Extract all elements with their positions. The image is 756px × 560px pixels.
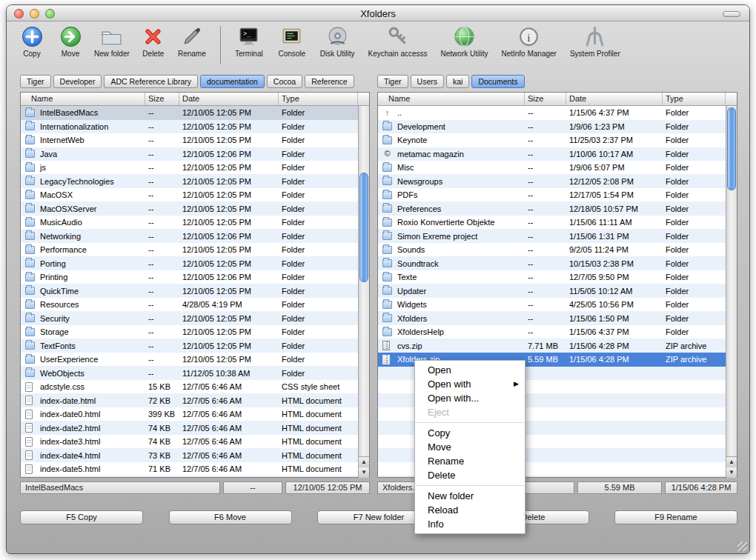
file-row[interactable]: Newsgroups--12/12/05 2:08 PMFolder <box>378 175 726 189</box>
function-button-f9-rename[interactable]: F9 Rename <box>614 510 737 524</box>
left-scrollbar[interactable] <box>358 106 369 477</box>
file-row[interactable]: cvs.zip7.71 MB1/15/06 4:28 PMZIP archive <box>378 339 726 353</box>
path-button-kai[interactable]: kai <box>446 75 469 88</box>
toolbar-disk-utility-button[interactable]: Disk Utility <box>320 24 355 58</box>
toolbar-copy-button[interactable]: Copy <box>17 24 47 58</box>
column-header-size[interactable]: Size <box>525 93 566 105</box>
function-button-f5-copy[interactable]: F5 Copy <box>20 510 143 524</box>
file-row[interactable]: IntelBasedMacs--12/10/05 12:05 PMFolder <box>21 106 358 120</box>
file-row[interactable]: MacOSXServer--12/10/05 12:05 PMFolder <box>21 202 358 216</box>
resize-grip[interactable] <box>737 541 747 551</box>
file-row[interactable]: Roxio Konvertierte Objekte--1/15/06 11:1… <box>378 216 726 230</box>
menu-item-new-folder[interactable]: New folder <box>415 489 525 503</box>
menu-item-rename[interactable]: Rename <box>415 454 525 468</box>
menu-item-copy[interactable]: Copy <box>415 426 525 440</box>
scroll-up-icon[interactable] <box>359 457 369 467</box>
path-button-developer[interactable]: Developer <box>53 75 102 88</box>
file-name: Updater <box>394 284 525 299</box>
file-row[interactable]: QuickTime--12/10/05 12:05 PMFolder <box>21 284 358 299</box>
file-row[interactable]: index-date.html72 KB12/7/05 6:46 AMHTML … <box>21 394 358 408</box>
file-row[interactable]: TextFonts--12/10/05 12:05 PMFolder <box>21 339 358 353</box>
file-row[interactable]: Sounds--9/2/05 11:24 PMFolder <box>378 243 726 257</box>
column-header-size[interactable]: Size <box>145 93 179 105</box>
file-row[interactable]: Performance--12/10/05 12:05 PMFolder <box>21 243 358 257</box>
toolbar-move-button[interactable]: Move <box>56 24 85 58</box>
file-row[interactable]: js--12/10/05 12:05 PMFolder <box>21 161 358 175</box>
scroll-up-icon[interactable] <box>726 457 737 467</box>
file-row[interactable]: Java--12/10/05 12:06 PMFolder <box>21 147 358 161</box>
function-button-f6-move[interactable]: F6 Move <box>169 510 292 524</box>
toolbar-keychain-accesss-button[interactable]: Keychain accesss <box>368 24 427 58</box>
file-row[interactable]: Resources--4/28/05 4:19 PMFolder <box>21 298 358 312</box>
menu-item-delete[interactable]: Delete <box>415 468 525 482</box>
toolbar-toggle-button[interactable] <box>723 11 740 17</box>
file-row[interactable]: index-date0.html399 KB12/7/05 6:46 AMHTM… <box>21 407 358 421</box>
file-row[interactable]: Internationalization--12/10/05 12:05 PMF… <box>21 120 358 134</box>
column-header-type[interactable]: Type <box>663 93 726 105</box>
column-header-date[interactable]: Date <box>179 93 279 105</box>
file-row[interactable]: WebObjects--11/12/05 10:38 AMFolder <box>21 367 358 381</box>
path-button-tiger[interactable]: Tiger <box>20 75 51 88</box>
menu-item-info[interactable]: Info <box>415 517 525 531</box>
file-row[interactable]: LegacyTechnologies--12/10/05 12:05 PMFol… <box>21 175 358 189</box>
menu-item-reload[interactable]: Reload <box>415 503 525 517</box>
column-header-name[interactable]: Name <box>378 93 525 105</box>
file-row[interactable]: Updater--11/5/05 10:12 AMFolder <box>378 284 726 299</box>
file-row[interactable]: Simon Exreme project--1/15/06 1:31 PMFol… <box>378 230 726 244</box>
file-row[interactable]: Networking--12/10/05 12:06 PMFolder <box>21 230 358 244</box>
file-row[interactable]: metamac magazin--1/10/06 10:17 AMFolder <box>378 147 726 161</box>
column-header-name[interactable]: Name <box>21 93 145 105</box>
file-row[interactable]: MusicAudio--12/10/05 12:05 PMFolder <box>21 216 358 230</box>
file-row[interactable]: adcstyle.css15 KB12/7/05 6:46 AMCSS styl… <box>21 380 358 394</box>
toolbar-delete-button[interactable]: Delete <box>139 24 168 58</box>
toolbar-console-button[interactable]: Console <box>277 24 307 58</box>
file-row[interactable]: MacOSX--12/10/05 12:05 PMFolder <box>21 188 358 202</box>
column-header-type[interactable]: Type <box>279 93 358 105</box>
file-row[interactable]: Printing--12/10/05 12:06 PMFolder <box>21 270 358 284</box>
path-button-users[interactable]: Users <box>411 75 444 88</box>
file-row[interactable]: Storage--12/10/05 12:05 PMFolder <box>21 325 358 339</box>
file-row[interactable]: InternetWeb--12/10/05 12:05 PMFolder <box>21 133 358 147</box>
file-row[interactable]: Porting--12/10/05 12:05 PMFolder <box>21 257 358 271</box>
file-row[interactable]: Widgets--4/25/05 10:56 PMFolder <box>378 298 726 312</box>
path-button-documentation[interactable]: documentation <box>200 75 265 88</box>
file-row[interactable]: ..--1/15/06 4:37 PMFolder <box>378 106 726 120</box>
file-row[interactable]: Security--12/10/05 12:05 PMFolder <box>21 312 358 326</box>
file-row[interactable]: index-date4.html73 KB12/7/05 6:46 AMHTML… <box>21 449 358 463</box>
right-scrollbar[interactable] <box>726 106 737 477</box>
file-row[interactable]: Preferences--12/18/05 10:57 PMFolder <box>378 202 726 216</box>
file-row[interactable]: Texte--12/7/05 9:50 PMFolder <box>378 270 726 284</box>
path-button-adc-reference-library[interactable]: ADC Reference Library <box>104 75 198 88</box>
file-row[interactable]: Keynote--11/25/03 2:37 PMFolder <box>378 133 726 147</box>
menu-item-open-with[interactable]: Open with... <box>415 391 525 405</box>
right-scrollbar-thumb[interactable] <box>727 107 736 190</box>
toolbar-rename-button[interactable]: Rename <box>177 24 207 58</box>
file-row[interactable]: index-date5.html71 KB12/7/05 6:46 AMHTML… <box>21 462 358 476</box>
path-button-cocoa[interactable]: Cocoa <box>267 75 302 88</box>
scroll-down-icon[interactable] <box>726 467 737 478</box>
toolbar-netinfo-manager-button[interactable]: iNetInfo Manager <box>501 24 557 58</box>
menu-item-open[interactable]: Open <box>415 363 525 377</box>
file-row[interactable]: Xfolders--1/15/06 1:50 PMFolder <box>378 312 726 326</box>
menu-item-move[interactable]: Move <box>415 440 525 454</box>
column-header-date[interactable]: Date <box>566 93 663 105</box>
menu-item-open-with[interactable]: Open with <box>415 377 525 391</box>
title-bar[interactable]: Xfolders <box>7 5 749 21</box>
file-row[interactable]: Misc--1/9/06 5:07 PMFolder <box>378 161 726 175</box>
toolbar-new-folder-button[interactable]: New folder <box>94 24 130 58</box>
file-row[interactable]: Development--1/9/06 1:23 PMFolder <box>378 120 726 134</box>
file-row[interactable]: index-date2.html74 KB12/7/05 6:46 AMHTML… <box>21 421 358 436</box>
path-button-reference[interactable]: Reference <box>305 75 354 88</box>
file-row[interactable]: XfoldersHelp--1/15/06 4:37 PMFolder <box>378 325 726 339</box>
path-button-documents[interactable]: Documents <box>471 75 524 88</box>
toolbar-system-profiler-button[interactable]: System Profiler <box>570 24 620 58</box>
toolbar-network-utility-button[interactable]: Network Utility <box>441 24 488 58</box>
path-button-tiger[interactable]: Tiger <box>377 75 408 88</box>
file-row[interactable]: index-date3.html74 KB12/7/05 6:46 AMHTML… <box>21 435 358 449</box>
file-row[interactable]: UserExperience--12/10/05 12:05 PMFolder <box>21 353 358 367</box>
file-row[interactable]: PDFs--12/17/05 1:54 PMFolder <box>378 188 726 202</box>
scroll-down-icon[interactable] <box>359 467 369 478</box>
file-row[interactable]: Soundtrack--10/15/03 2:38 PMFolder <box>378 257 726 271</box>
toolbar-terminal-button[interactable]: >_Terminal <box>234 24 264 58</box>
left-scrollbar-thumb[interactable] <box>359 173 368 282</box>
